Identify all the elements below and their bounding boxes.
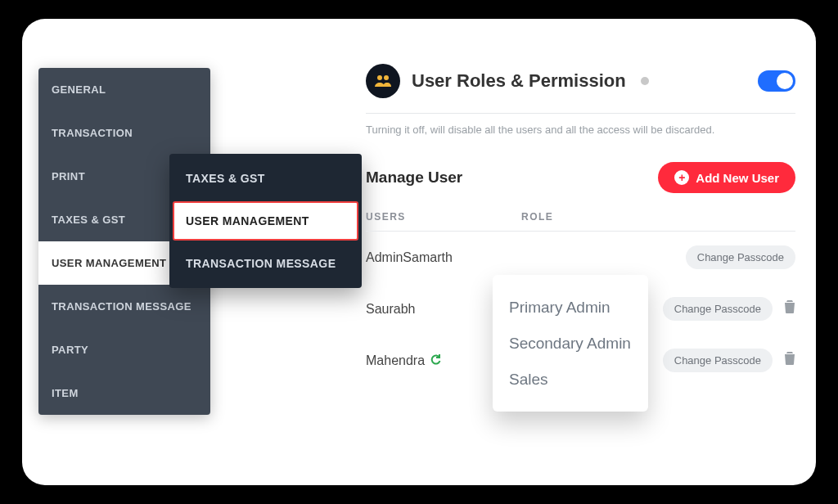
page-title: User Roles & Permission <box>412 70 626 92</box>
sidebar-item-party[interactable]: PARTY <box>38 328 210 371</box>
submenu-item-taxes-gst[interactable]: TAXES & GST <box>173 157 358 200</box>
role-option-primary-admin[interactable]: Primary Admin <box>509 290 632 326</box>
delete-icon[interactable] <box>784 300 795 317</box>
users-icon <box>374 74 392 88</box>
manage-user-header: Manage User + Add New User <box>366 162 795 193</box>
change-passcode-button[interactable]: Change Passcode <box>663 349 773 372</box>
user-table-header: USERS ROLE <box>366 211 795 232</box>
page-header: User Roles & Permission <box>366 64 795 98</box>
svg-point-0 <box>377 75 382 80</box>
role-option-sales[interactable]: Sales <box>509 362 632 398</box>
manage-user-title: Manage User <box>366 169 462 187</box>
user-name: AdminSamarth <box>366 250 521 265</box>
delete-icon[interactable] <box>784 352 795 369</box>
app-frame: GENERAL TRANSACTION PRINT TAXES & GST US… <box>22 19 816 485</box>
column-role: ROLE <box>521 211 652 223</box>
role-option-secondary-admin[interactable]: Secondary Admin <box>509 326 632 362</box>
feature-toggle[interactable] <box>758 70 795 92</box>
role-dropdown: Primary Admin Secondary Admin Sales <box>493 275 648 412</box>
add-new-user-label: Add New User <box>696 171 779 185</box>
submenu-item-user-management[interactable]: USER MANAGEMENT <box>173 201 358 241</box>
sidebar-item-transaction[interactable]: TRANSACTION <box>38 111 210 155</box>
sync-icon[interactable] <box>430 353 441 367</box>
plus-icon: + <box>674 170 689 185</box>
svg-point-1 <box>384 75 389 80</box>
change-passcode-button[interactable]: Change Passcode <box>663 297 773 321</box>
sidebar-item-general[interactable]: GENERAL <box>38 68 210 111</box>
info-icon[interactable] <box>641 77 649 85</box>
users-group-icon <box>366 64 400 98</box>
change-passcode-button[interactable]: Change Passcode <box>686 245 795 269</box>
settings-submenu: TAXES & GST USER MANAGEMENT TRANSACTION … <box>169 154 362 288</box>
column-users: USERS <box>366 211 521 223</box>
feature-description: Turning it off, will disable all the use… <box>366 124 795 136</box>
add-new-user-button[interactable]: + Add New User <box>658 162 795 193</box>
divider <box>366 113 795 114</box>
submenu-item-transaction-message[interactable]: TRANSACTION MESSAGE <box>173 242 358 285</box>
sidebar-item-transaction-message[interactable]: TRANSACTION MESSAGE <box>38 285 210 328</box>
sidebar-item-item[interactable]: ITEM <box>38 371 210 415</box>
